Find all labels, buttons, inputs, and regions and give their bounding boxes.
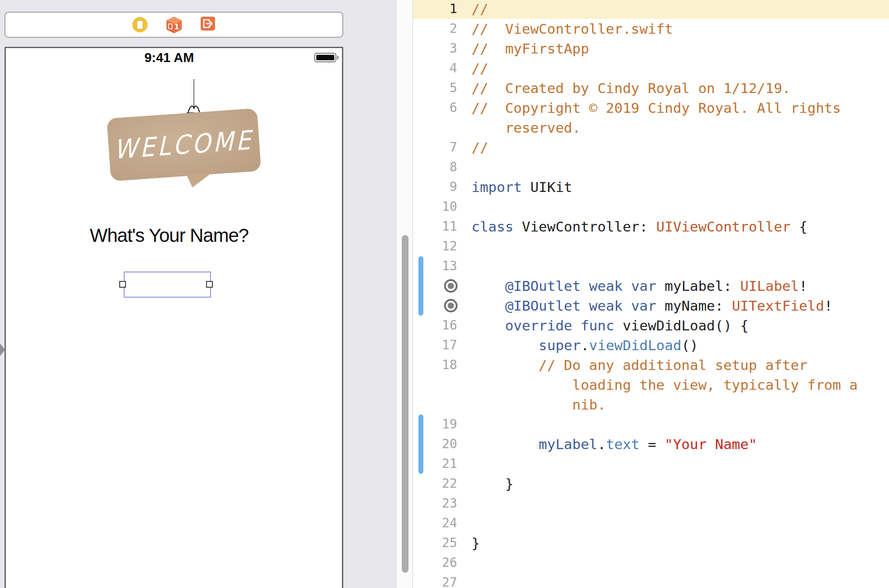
code-token: import: [471, 179, 522, 195]
welcome-image[interactable]: WELCOME: [107, 107, 262, 196]
line-number[interactable]: 18: [413, 355, 457, 375]
xcode-window: 1 9:41 AM: [0, 0, 889, 588]
code-area[interactable]: 1//2// ViewController.swift3// myFirstAp…: [413, 0, 889, 588]
code-row[interactable]: 5// Created by Cindy Royal on 1/12/19.: [413, 78, 889, 98]
line-number[interactable]: 17: [413, 335, 457, 355]
code-token: //: [471, 60, 488, 76]
battery-nub: [337, 56, 339, 59]
code-token: {: [790, 218, 807, 235]
code-token: //: [471, 139, 488, 156]
scene-dock: 1: [4, 12, 343, 38]
outlet-connection-indicator[interactable]: [444, 299, 458, 312]
line-number[interactable]: 26: [413, 553, 457, 573]
code-token: [581, 278, 589, 294]
line-number[interactable]: [413, 118, 457, 138]
code-text: reserved.: [471, 118, 581, 138]
code-token: UILabel: [740, 278, 799, 294]
code-row[interactable]: @IBOutlet weak var myName: UITextField!: [413, 296, 889, 316]
line-number[interactable]: [413, 395, 457, 414]
code-token: viewDidLoad: [589, 337, 681, 353]
line-number[interactable]: 5: [413, 78, 457, 98]
code-text: override func viewDidLoad() {: [471, 316, 749, 335]
code-row[interactable]: 22 }: [413, 474, 889, 494]
code-token: UITextField: [732, 298, 824, 314]
exit-icon[interactable]: [201, 17, 216, 33]
code-token: [471, 317, 505, 334]
line-number[interactable]: 3: [413, 39, 457, 58]
code-row[interactable]: 18 // Do any additional setup after: [413, 355, 889, 375]
code-text: // ViewController.swift: [471, 19, 673, 39]
code-row[interactable]: 13: [413, 256, 889, 276]
line-number[interactable]: 25: [413, 533, 457, 553]
line-number[interactable]: 27: [413, 573, 457, 588]
code-row[interactable]: 7//: [413, 138, 889, 157]
code-row[interactable]: 3// myFirstApp: [413, 39, 889, 58]
code-row[interactable]: 23: [413, 494, 889, 513]
line-number[interactable]: 1: [413, 0, 457, 19]
line-number[interactable]: 16: [413, 316, 457, 335]
outline-toggle-arrow[interactable]: [0, 343, 5, 356]
code-row[interactable]: 1//: [413, 0, 889, 19]
code-token: [581, 298, 589, 314]
line-number[interactable]: 11: [413, 217, 457, 236]
line-number[interactable]: 22: [413, 474, 457, 494]
line-number[interactable]: 12: [413, 236, 457, 256]
code-token: // myFirstApp: [471, 40, 589, 57]
line-number[interactable]: 4: [413, 58, 457, 78]
first-responder-icon[interactable]: 1: [166, 17, 182, 33]
line-number[interactable]: [413, 375, 457, 395]
code-row[interactable]: 4//: [413, 58, 889, 78]
code-text: // Do any additional setup after: [471, 355, 808, 375]
code-row[interactable]: 25}: [413, 533, 889, 553]
code-row[interactable]: 2// ViewController.swift: [413, 19, 889, 39]
code-token: //: [471, 1, 488, 17]
code-row[interactable]: 10: [413, 197, 889, 217]
code-row[interactable]: reserved.: [413, 118, 889, 138]
line-number[interactable]: 9: [413, 177, 457, 197]
code-row[interactable]: nib.: [413, 395, 889, 414]
outlet-connection-indicator[interactable]: [444, 279, 458, 293]
code-row[interactable]: 8: [413, 157, 889, 177]
code-row[interactable]: 24: [413, 513, 889, 533]
view-controller-icon[interactable]: [132, 17, 148, 33]
exit-glyph: [201, 17, 215, 31]
storyboard-scrollbar-track[interactable]: [396, 0, 413, 588]
code-row[interactable]: @IBOutlet weak var myLabel: UILabel!: [413, 276, 889, 296]
code-row[interactable]: 20 myLabel.text = "Your Name": [413, 434, 889, 454]
line-number[interactable]: 2: [413, 19, 457, 39]
code-row[interactable]: 6// Copyright © 2019 Cindy Royal. All ri…: [413, 98, 889, 118]
code-text: loading the view, typically from a: [471, 375, 858, 395]
resize-handle-left[interactable]: [119, 281, 126, 288]
line-number[interactable]: 24: [413, 513, 457, 533]
storyboard-scrollbar-thumb[interactable]: [402, 235, 409, 573]
line-number[interactable]: 6: [413, 98, 457, 118]
code-row[interactable]: 16 override func viewDidLoad() {: [413, 316, 889, 335]
code-token: UIKit: [522, 179, 572, 195]
line-number[interactable]: 23: [413, 494, 457, 513]
name-question-label[interactable]: What's Your Name?: [90, 225, 249, 246]
code-row[interactable]: 9import UIKit: [413, 177, 889, 197]
code-token: myLabel:: [656, 278, 741, 294]
storyboard-canvas[interactable]: 1 9:41 AM: [0, 0, 396, 588]
code-row[interactable]: 21: [413, 454, 889, 474]
code-token: // Do any additional setup after: [539, 357, 807, 373]
code-row[interactable]: loading the view, typically from a: [413, 375, 889, 395]
line-number[interactable]: 10: [413, 197, 457, 217]
code-row[interactable]: 12: [413, 236, 889, 256]
battery-icon: [314, 53, 337, 62]
code-text: //: [471, 138, 488, 157]
code-row[interactable]: 27: [413, 573, 889, 588]
line-number[interactable]: 8: [413, 157, 457, 177]
code-row[interactable]: 26: [413, 553, 889, 573]
code-text: class ViewController: UIViewController {: [471, 217, 808, 236]
code-token: (): [682, 337, 698, 353]
line-number[interactable]: 7: [413, 138, 457, 157]
code-row[interactable]: 19: [413, 414, 889, 434]
code-row[interactable]: 17 super.viewDidLoad(): [413, 335, 889, 355]
name-text-field[interactable]: [124, 272, 211, 298]
code-token: myLabel: [539, 436, 597, 452]
resize-handle-right[interactable]: [206, 281, 213, 288]
code-text: @IBOutlet weak var myLabel: UILabel!: [471, 276, 808, 296]
code-token: // Created by Cindy Royal on 1/12/19.: [471, 80, 790, 96]
code-row[interactable]: 11class ViewController: UIViewController…: [413, 217, 889, 236]
